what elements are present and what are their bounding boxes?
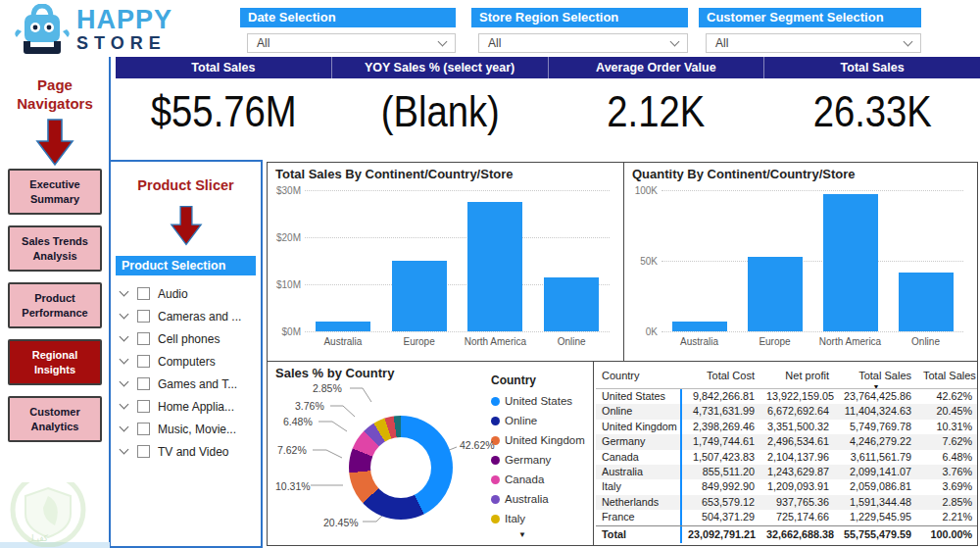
checkbox[interactable] <box>137 423 150 435</box>
expand-chevron-icon[interactable] <box>120 332 129 342</box>
cell-value: Total Sales % <box>917 364 977 388</box>
table-header-row[interactable]: CountryTotal CostNet profitTotal Sales▼T… <box>596 364 977 389</box>
cell-value: 20.45% <box>917 404 977 419</box>
legend-scroll-more-icon[interactable]: ▼ <box>518 530 585 539</box>
y-axis-tick: 100K <box>624 185 658 196</box>
bar-online[interactable] <box>899 273 954 331</box>
slicer-item-computers[interactable]: Computers <box>111 350 261 373</box>
logo-store-text: STORE <box>76 34 172 52</box>
checkbox[interactable] <box>137 310 150 323</box>
country-table: CountryTotal CostNet profitTotal Sales▼T… <box>596 364 977 545</box>
expand-chevron-icon[interactable] <box>120 287 129 297</box>
table-row-australia[interactable]: Australia855,511.201,243,629.872,099,141… <box>596 465 977 479</box>
legend-item-australia[interactable]: Australia <box>491 493 585 505</box>
slicer-item-cell-phones[interactable]: Cell phones <box>111 327 261 350</box>
checkbox[interactable] <box>137 287 150 300</box>
table-row-canada[interactable]: Canada1,507,423.832,104,137.963,611,561.… <box>596 450 977 465</box>
legend-item-united-kingdom[interactable]: United Kingdom <box>491 434 585 446</box>
donut-label-united-kingdom: 10.31% <box>275 480 311 492</box>
slicer-item-cameras-and[interactable]: Cameras and ... <box>111 305 261 327</box>
table-row-online[interactable]: Online4,731,631.996,672,692.6411,404,324… <box>596 404 977 419</box>
store-logo: HAPPY STORE <box>12 4 172 55</box>
bar-australia[interactable] <box>672 322 727 331</box>
bar-north-america[interactable] <box>823 194 878 331</box>
y-axis-tick: 50K <box>624 256 658 267</box>
expand-chevron-icon[interactable] <box>120 310 129 320</box>
bar-europe[interactable] <box>392 261 447 331</box>
checkbox[interactable] <box>137 445 150 458</box>
legend-item-canada[interactable]: Canada <box>491 473 585 485</box>
cell-value: 23,764,425.86 <box>835 389 917 404</box>
legend-dot-icon <box>491 417 500 425</box>
down-arrow-icon <box>35 118 74 167</box>
gridline <box>662 190 963 191</box>
table-row-netherlands[interactable]: Netherlands653,579.12937,765.361,591,344… <box>596 495 977 510</box>
date-selection-value: All <box>257 36 270 50</box>
product-slicer-panel: Product Slicer Product Selection AudioCa… <box>111 160 263 548</box>
kpi-values-row: $55.76M (Blank) 2.12K 26.33K <box>116 86 980 149</box>
x-axis-label: Europe <box>381 336 458 347</box>
cell-value: 1,507,423.83 <box>682 450 760 465</box>
cell-value: 3,611,561.79 <box>835 450 917 465</box>
slicer-item-tv-and-video[interactable]: TV and Video <box>111 440 261 463</box>
nav-button-sales-trends-analysis[interactable]: Sales Trends Analysis <box>8 225 102 272</box>
legend-item-united-states[interactable]: United States <box>491 395 585 407</box>
checkbox[interactable] <box>137 332 150 345</box>
bar-online[interactable] <box>544 277 599 331</box>
chevron-down-icon <box>670 36 680 46</box>
kpi-header-bar: Total Sales YOY Sales % (select year) Av… <box>116 57 980 78</box>
expand-chevron-icon[interactable] <box>120 445 129 455</box>
checkbox[interactable] <box>137 400 150 413</box>
slicer-item-label: TV and Video <box>158 445 229 459</box>
nav-button-customer-analytics[interactable]: Customer Analytics <box>8 396 102 442</box>
slicer-item-audio[interactable]: Audio <box>111 282 261 305</box>
x-axis-label: North America <box>458 336 534 347</box>
cell-value: 849,992.90 <box>682 479 760 494</box>
store-region-dropdown[interactable]: All <box>478 33 688 53</box>
nav-button-executive-summary[interactable]: Executive Summary <box>8 169 102 215</box>
slicer-item-games-and-t[interactable]: Games and T... <box>111 373 261 395</box>
cell-country: Australia <box>596 465 682 479</box>
donut-label-australia: 3.76% <box>295 400 324 412</box>
dashboard-page: HAPPY STORE Date Selection All Store Reg… <box>0 0 980 548</box>
checkbox[interactable] <box>137 355 150 368</box>
gridline <box>662 261 963 262</box>
shield-watermark-icon <box>0 482 102 547</box>
legend-item-online[interactable]: Online <box>491 415 585 426</box>
date-selection-dropdown[interactable]: All <box>247 33 456 53</box>
expand-chevron-icon[interactable] <box>120 423 129 432</box>
legend-dot-icon <box>491 397 500 406</box>
cell-value: 13,922,159.05 <box>760 389 835 404</box>
legend-item-germany[interactable]: Germany <box>491 454 585 466</box>
legend-item-italy[interactable]: Italy <box>491 513 585 524</box>
cell-value: Total Cost <box>682 364 760 388</box>
expand-chevron-icon[interactable] <box>120 355 129 365</box>
table-row-germany[interactable]: Germany1,749,744.612,496,534.614,246,279… <box>596 434 977 449</box>
table-row-italy[interactable]: Italy849,992.901,209,093.912,059,086.813… <box>596 479 977 494</box>
cell-country: France <box>596 510 682 524</box>
bar-australia[interactable] <box>316 322 370 331</box>
kpi-label-total-sales: Total Sales <box>116 57 332 78</box>
cell-value: 7.62% <box>917 434 977 449</box>
cell-value: 504,371.29 <box>682 510 760 524</box>
legend-item-label: United States <box>505 395 572 407</box>
cell-value: 937,765.36 <box>760 495 835 510</box>
slicer-item-home-applia[interactable]: Home Applia... <box>111 395 261 418</box>
table-row-united-kingdom[interactable]: United Kingdom2,398,269.463,351,500.325,… <box>596 420 977 434</box>
donut-label-germany: 7.62% <box>277 444 307 456</box>
nav-button-product-performance[interactable]: Product Performance <box>8 282 102 328</box>
bar-north-america[interactable] <box>467 202 522 331</box>
bar-europe[interactable] <box>748 257 803 331</box>
expand-chevron-icon[interactable] <box>120 377 129 387</box>
nav-button-regional-insights[interactable]: Regional Insights <box>8 339 102 385</box>
table-row-united-states[interactable]: United States9,842,266.8113,922,159.0523… <box>596 389 977 404</box>
store-region-header: Store Region Selection <box>471 8 688 27</box>
cell-value: 1,209,093.91 <box>760 479 835 494</box>
legend-item-label: Australia <box>505 493 549 505</box>
customer-segment-dropdown[interactable]: All <box>706 33 921 53</box>
table-row-france[interactable]: France504,371.29725,174.661,229,545.952.… <box>596 510 977 524</box>
expand-chevron-icon[interactable] <box>120 400 129 410</box>
store-region-slicer: Store Region Selection All <box>471 8 688 53</box>
checkbox[interactable] <box>137 377 150 390</box>
slicer-item-music-movie[interactable]: Music, Movie... <box>111 418 261 440</box>
